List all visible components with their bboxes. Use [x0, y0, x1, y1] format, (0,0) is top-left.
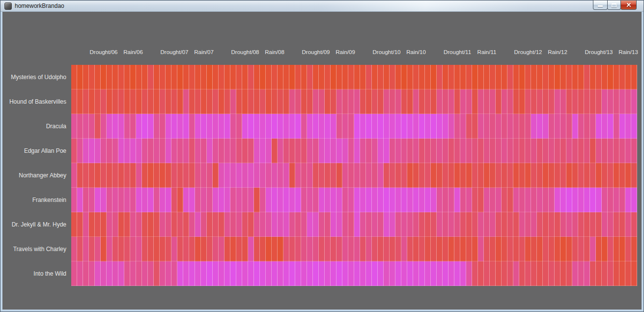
heatmap-cell[interactable]: [366, 237, 372, 261]
heatmap-cell[interactable]: [390, 237, 395, 261]
heatmap-cell[interactable]: [83, 188, 89, 212]
heatmap-cell[interactable]: [177, 261, 183, 286]
heatmap-cell[interactable]: [260, 89, 266, 114]
heatmap-cell[interactable]: [195, 114, 201, 139]
heatmap-cell[interactable]: [625, 89, 631, 114]
heatmap-cell[interactable]: [454, 188, 460, 212]
heatmap-cell[interactable]: [525, 139, 531, 163]
heatmap-cell[interactable]: [136, 139, 142, 163]
heatmap-cell[interactable]: [425, 188, 431, 212]
heatmap-cell[interactable]: [336, 163, 342, 188]
heatmap-cell[interactable]: [342, 163, 348, 188]
heatmap-cell[interactable]: [124, 261, 130, 286]
heatmap-cell[interactable]: [425, 163, 431, 188]
heatmap-cell[interactable]: [372, 212, 378, 237]
heatmap-cell[interactable]: [242, 188, 248, 212]
heatmap-cell[interactable]: [566, 163, 572, 188]
heatmap-cell[interactable]: [413, 261, 419, 286]
heatmap-cell[interactable]: [248, 188, 254, 212]
heatmap-cell[interactable]: [614, 237, 619, 261]
heatmap-cell[interactable]: [189, 188, 195, 212]
heatmap-cell[interactable]: [107, 114, 112, 139]
heatmap-cell[interactable]: [431, 163, 437, 188]
heatmap-cell[interactable]: [537, 163, 543, 188]
heatmap-cell[interactable]: [207, 114, 213, 139]
heatmap-cell[interactable]: [478, 237, 484, 261]
heatmap-cell[interactable]: [207, 261, 213, 286]
maximize-button[interactable]: [607, 0, 621, 10]
heatmap-cell[interactable]: [319, 65, 325, 89]
heatmap-cell[interactable]: [407, 163, 413, 188]
heatmap-cell[interactable]: [89, 237, 95, 261]
heatmap-cell[interactable]: [513, 89, 519, 114]
heatmap-cell[interactable]: [95, 139, 101, 163]
heatmap-cell[interactable]: [419, 114, 425, 139]
heatmap-cell[interactable]: [360, 188, 366, 212]
heatmap-cell[interactable]: [130, 139, 136, 163]
heatmap-cell[interactable]: [437, 89, 443, 114]
minimize-button[interactable]: [593, 0, 608, 10]
heatmap-cell[interactable]: [295, 139, 301, 163]
heatmap-cell[interactable]: [596, 89, 602, 114]
heatmap-cell[interactable]: [625, 261, 631, 286]
heatmap-cell[interactable]: [230, 237, 236, 261]
heatmap-cell[interactable]: [407, 89, 413, 114]
heatmap-cell[interactable]: [584, 261, 590, 286]
heatmap-cell[interactable]: [578, 163, 584, 188]
heatmap-cell[interactable]: [166, 163, 171, 188]
heatmap-cell[interactable]: [301, 139, 307, 163]
heatmap-cell[interactable]: [160, 188, 166, 212]
heatmap-cell[interactable]: [130, 261, 136, 286]
heatmap-cell[interactable]: [160, 89, 166, 114]
heatmap-cell[interactable]: [472, 139, 478, 163]
heatmap-cell[interactable]: [148, 237, 154, 261]
heatmap-cell[interactable]: [319, 139, 325, 163]
heatmap-cell[interactable]: [537, 65, 543, 89]
heatmap-cell[interactable]: [443, 188, 448, 212]
heatmap-cell[interactable]: [177, 139, 183, 163]
heatmap-cell[interactable]: [437, 237, 443, 261]
heatmap-cell[interactable]: [478, 212, 484, 237]
heatmap-cell[interactable]: [224, 188, 230, 212]
heatmap-cell[interactable]: [166, 139, 171, 163]
heatmap-cell[interactable]: [478, 188, 484, 212]
heatmap-cell[interactable]: [325, 89, 331, 114]
heatmap-cell[interactable]: [101, 114, 107, 139]
heatmap-cell[interactable]: [130, 237, 136, 261]
heatmap-cell[interactable]: [189, 163, 195, 188]
heatmap-cell[interactable]: [189, 89, 195, 114]
heatmap-cell[interactable]: [596, 163, 602, 188]
heatmap-cell[interactable]: [431, 139, 437, 163]
heatmap-cell[interactable]: [195, 163, 201, 188]
heatmap-cell[interactable]: [254, 65, 260, 89]
heatmap-cell[interactable]: [207, 212, 213, 237]
heatmap-cell[interactable]: [519, 114, 525, 139]
heatmap-cell[interactable]: [331, 114, 336, 139]
heatmap-cell[interactable]: [596, 114, 602, 139]
heatmap-cell[interactable]: [448, 163, 454, 188]
heatmap-cell[interactable]: [348, 89, 354, 114]
heatmap-cell[interactable]: [195, 139, 201, 163]
heatmap-cell[interactable]: [283, 212, 289, 237]
heatmap-cell[interactable]: [466, 163, 472, 188]
heatmap-cell[interactable]: [513, 139, 519, 163]
heatmap-cell[interactable]: [619, 261, 625, 286]
heatmap-cell[interactable]: [295, 212, 301, 237]
heatmap-cell[interactable]: [572, 89, 578, 114]
heatmap-cell[interactable]: [466, 237, 472, 261]
heatmap-cell[interactable]: [631, 212, 637, 237]
heatmap-cell[interactable]: [608, 237, 614, 261]
heatmap-cell[interactable]: [124, 188, 130, 212]
heatmap-cell[interactable]: [437, 212, 443, 237]
heatmap-cell[interactable]: [148, 261, 154, 286]
heatmap-cell[interactable]: [390, 89, 395, 114]
heatmap-cell[interactable]: [502, 114, 507, 139]
heatmap-cell[interactable]: [560, 163, 566, 188]
heatmap-cell[interactable]: [443, 212, 448, 237]
heatmap-cell[interactable]: [372, 89, 378, 114]
heatmap-cell[interactable]: [183, 139, 189, 163]
heatmap-cell[interactable]: [112, 89, 118, 114]
heatmap-cell[interactable]: [160, 65, 166, 89]
heatmap-cell[interactable]: [89, 163, 95, 188]
heatmap-cell[interactable]: [319, 114, 325, 139]
